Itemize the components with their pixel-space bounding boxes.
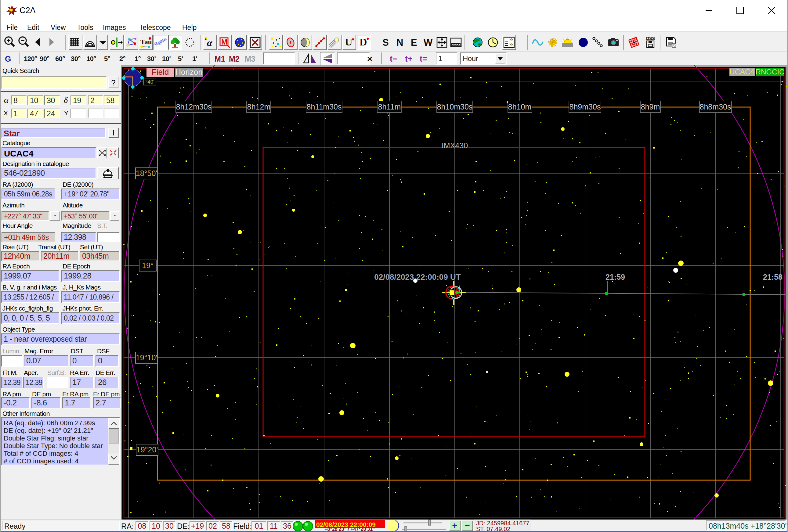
svg-text:°: ° <box>204 38 206 43</box>
svg-text:21:58: 21:58 <box>763 273 783 281</box>
svg-text:IMX430: IMX430 <box>441 141 468 150</box>
svg-text:D: D <box>359 36 367 47</box>
svg-text:UCAC4: UCAC4 <box>729 68 754 76</box>
svg-text:19°20': 19°20' <box>136 445 158 454</box>
svg-text:α: α <box>207 37 213 48</box>
svg-text:8h9m: 8h9m <box>641 102 660 111</box>
svg-text:8h12m: 8h12m <box>247 102 270 111</box>
svg-text:M: M <box>221 38 228 46</box>
svg-text:8h9m30s: 8h9m30s <box>570 102 601 111</box>
svg-text:DSS: DSS <box>646 36 655 41</box>
svg-text:19°: 19° <box>142 261 154 270</box>
svg-text:8h11m30s: 8h11m30s <box>307 102 342 111</box>
svg-text:8h10m30s: 8h10m30s <box>437 102 473 111</box>
svg-text:8h12m30s: 8h12m30s <box>176 102 212 111</box>
svg-text:8h10m: 8h10m <box>508 102 531 111</box>
svg-text:°40': °40' <box>145 79 154 85</box>
svg-text:02/08/2023 22:00:09 UT: 02/08/2023 22:00:09 UT <box>374 272 460 282</box>
svg-text:8h11m: 8h11m <box>378 102 401 111</box>
svg-text:RNGCIC: RNGCIC <box>756 68 785 76</box>
svg-text:Field: Field <box>152 67 169 77</box>
svg-text:19°10': 19°10' <box>136 353 157 362</box>
svg-text:U: U <box>345 36 353 47</box>
svg-text:18°50': 18°50' <box>136 169 157 178</box>
svg-text:Horizon: Horizon <box>175 67 203 77</box>
svg-text:8h8m30s: 8h8m30s <box>700 102 731 111</box>
svg-text:21:59: 21:59 <box>606 273 625 281</box>
